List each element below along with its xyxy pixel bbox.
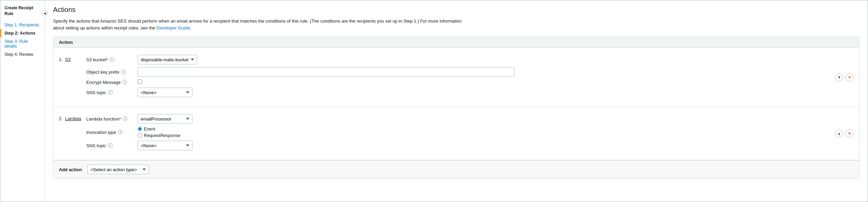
s3-bucket-info-icon[interactable]: ℹ	[110, 57, 114, 62]
description-suffix: .	[190, 25, 191, 30]
sidebar-steps: Step 1: Recipients Step 2: Actions Step …	[0, 20, 45, 60]
sns-topic-s3-row: SNS topic ℹ <None>	[86, 88, 854, 97]
action-s3-controls: ▼ ✕	[835, 73, 854, 81]
invocation-requestresponse-option[interactable]: RequestResponse	[138, 133, 854, 138]
action-section-header: Action	[53, 37, 859, 48]
add-action-row: Add action <Select an action type>	[53, 160, 859, 178]
object-key-prefix-row: Object key prefix ℹ	[86, 67, 854, 77]
invocation-type-label: Invocation type ℹ	[86, 130, 138, 135]
lambda-function-select[interactable]: emailProcessor	[138, 114, 192, 124]
encrypt-message-control	[138, 79, 854, 85]
object-key-prefix-label-text: Object key prefix	[86, 70, 119, 75]
sidebar-title: Create Receipt Rule	[0, 0, 45, 20]
action-lambda-row: 2. Lambda Lambda function* ℹ	[53, 113, 859, 154]
lambda-function-info-icon[interactable]: ℹ	[123, 116, 127, 121]
sidebar: Create Receipt Rule ◀ Step 1: Recipients…	[0, 0, 45, 202]
description-text: Specify the actions that Amazon SES shou…	[53, 18, 462, 30]
invocation-type-label-text: Invocation type	[86, 130, 116, 135]
sidebar-collapse-button[interactable]: ◀	[42, 10, 48, 16]
invocation-type-info-icon[interactable]: ℹ	[118, 130, 123, 135]
lambda-function-label: Lambda function* ℹ	[86, 116, 138, 122]
invocation-requestresponse-label: RequestResponse	[144, 133, 180, 138]
sidebar-item-step3[interactable]: Step 3: Rule details	[0, 37, 45, 50]
lambda-function-control: emailProcessor	[138, 114, 854, 124]
invocation-event-option[interactable]: Event	[138, 126, 854, 131]
action-s3-number: 1.	[59, 57, 63, 62]
sns-topic-lambda-control: <None>	[138, 141, 854, 150]
sidebar-item-step2[interactable]: Step 2: Actions	[0, 29, 45, 37]
invocation-event-label: Event	[144, 126, 155, 131]
object-key-prefix-label: Object key prefix ℹ	[86, 70, 138, 75]
action-item-lambda: 2. Lambda Lambda function* ℹ	[53, 107, 859, 160]
encrypt-message-info-icon[interactable]: ℹ	[122, 80, 127, 85]
sidebar-item-step4: Step 4: Review	[0, 50, 45, 59]
action-section: Action 1. S3 S3 bucket* ℹ	[53, 37, 859, 179]
encrypt-message-checkbox[interactable]	[138, 79, 142, 84]
s3-bucket-control: disposable-mails-bucket	[138, 55, 854, 64]
sns-topic-lambda-label-text: SNS topic	[86, 143, 106, 148]
action-lambda-fields: Lambda function* ℹ emailProcessor	[86, 114, 854, 153]
action-item-s3: 1. S3 S3 bucket* ℹ disposab	[53, 48, 859, 107]
object-key-prefix-input[interactable]	[138, 67, 514, 77]
invocation-event-radio[interactable]	[138, 127, 142, 131]
add-action-label: Add action	[59, 167, 82, 172]
action-s3-fields: S3 bucket* ℹ disposable-mails-bucket	[86, 55, 854, 100]
action-lambda-controls: ▲ ✕	[835, 129, 854, 138]
main-content: Actions Specify the actions that Amazon …	[45, 0, 868, 202]
action-s3-label[interactable]: S3	[65, 57, 71, 62]
page-description: Specify the actions that Amazon SES shou…	[53, 18, 464, 31]
sns-topic-s3-control: <None>	[138, 88, 854, 97]
action-lambda-label[interactable]: Lambda	[65, 116, 81, 121]
action-s3-number-label: 1. S3	[59, 55, 86, 62]
lambda-move-up-button[interactable]: ▲	[835, 129, 843, 138]
sns-topic-lambda-info-icon[interactable]: ℹ	[108, 143, 113, 148]
sns-topic-s3-label: SNS topic ℹ	[86, 90, 138, 95]
s3-remove-button[interactable]: ✕	[845, 73, 854, 81]
add-action-select[interactable]: <Select an action type>	[87, 165, 149, 174]
sns-topic-lambda-row: SNS topic ℹ <None>	[86, 141, 854, 150]
invocation-type-row: Invocation type ℹ Event	[86, 126, 854, 138]
lambda-remove-button[interactable]: ✕	[845, 129, 854, 138]
s3-move-down-button[interactable]: ▼	[835, 73, 843, 81]
invocation-requestresponse-radio[interactable]	[138, 133, 142, 138]
object-key-prefix-control	[138, 67, 854, 77]
action-lambda-number-label: 2. Lambda	[59, 114, 86, 121]
encrypt-message-row: Encrypt Message ℹ	[86, 79, 854, 85]
invocation-type-radio-group: Event RequestResponse	[138, 126, 854, 138]
action-lambda-number: 2.	[59, 116, 63, 121]
lambda-function-row: Lambda function* ℹ emailProcessor	[86, 114, 854, 124]
sidebar-item-step1[interactable]: Step 1: Recipients	[0, 21, 45, 29]
object-key-prefix-info-icon[interactable]: ℹ	[121, 70, 126, 74]
lambda-function-label-text: Lambda function*	[86, 116, 121, 122]
page-title: Actions	[53, 6, 859, 14]
sns-topic-s3-info-icon[interactable]: ℹ	[108, 90, 113, 95]
sns-topic-s3-label-text: SNS topic	[86, 90, 106, 95]
s3-bucket-select[interactable]: disposable-mails-bucket	[138, 55, 197, 64]
sns-topic-lambda-select[interactable]: <None>	[138, 141, 192, 150]
sns-topic-lambda-label: SNS topic ℹ	[86, 143, 138, 148]
s3-bucket-label: S3 bucket* ℹ	[86, 57, 138, 62]
invocation-type-control: Event RequestResponse	[138, 126, 854, 138]
sns-topic-s3-select[interactable]: <None>	[138, 88, 192, 97]
action-s3-row: 1. S3 S3 bucket* ℹ disposab	[53, 53, 859, 101]
encrypt-message-label-text: Encrypt Message	[86, 80, 121, 85]
s3-bucket-row: S3 bucket* ℹ disposable-mails-bucket	[86, 55, 854, 64]
encrypt-message-label: Encrypt Message ℹ	[86, 80, 138, 85]
developer-guide-link[interactable]: Developer Guide	[156, 25, 190, 30]
s3-bucket-label-text: S3 bucket*	[86, 57, 108, 62]
